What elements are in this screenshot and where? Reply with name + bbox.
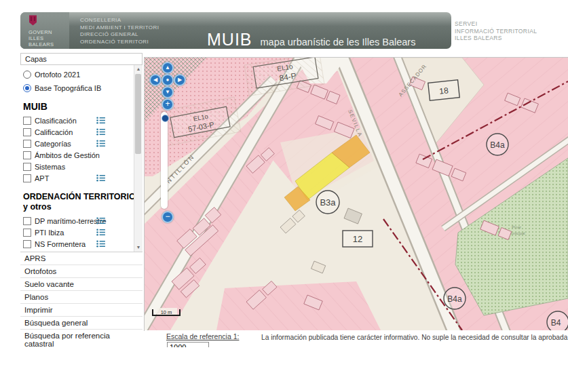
radio-icon[interactable] xyxy=(23,71,31,79)
park-label-line1: Pinar xyxy=(512,225,521,229)
layer-label: Clasificación xyxy=(35,117,77,125)
app-title: MUIBmapa urbanístic de les Illes Balears xyxy=(207,30,415,50)
logo-text: GOVERN ILLES BALEARS xyxy=(29,29,69,47)
layer-checkbox-row[interactable]: Clasificación xyxy=(23,115,134,126)
app-viewport: GOVERN ILLES BALEARS CONSELLERIA MEDI AM… xyxy=(0,0,568,347)
sidebar-menu-item[interactable]: Planos xyxy=(20,291,143,304)
layers-sidebar: Capas Ortofoto 2021Base Topográfica IB M… xyxy=(20,53,143,347)
legend-list-icon[interactable] xyxy=(96,240,105,248)
checkbox-icon[interactable] xyxy=(23,174,31,182)
checkbox-icon[interactable] xyxy=(23,240,31,248)
legend-list-icon[interactable] xyxy=(96,252,105,252)
govern-emblem-icon xyxy=(29,15,37,26)
sidebar-scrollbar[interactable]: ▲ ▼ xyxy=(134,65,143,252)
pan-down-button[interactable]: ▼ xyxy=(162,86,174,98)
zoom-out-button[interactable]: − xyxy=(162,211,174,223)
brand-bar: GOVERN ILLES BALEARS CONSELLERIA MEDI AM… xyxy=(20,12,451,49)
layer-checkbox-row[interactable]: PTI Ibiza xyxy=(23,227,134,238)
layers-scrollpane: Ortofoto 2021Base Topográfica IB MUIB Cl… xyxy=(20,65,143,252)
zoom-slider-handle[interactable] xyxy=(162,115,169,122)
app-name: MUIB xyxy=(207,30,252,49)
layer-label: Ortofoto 2021 xyxy=(35,71,80,79)
sidebar-menu-item[interactable]: Ortofotos xyxy=(20,265,143,278)
checkbox-icon[interactable] xyxy=(23,140,31,148)
legend-list-icon[interactable] xyxy=(96,229,105,236)
layer-label: Categorías xyxy=(35,140,71,148)
radio-icon[interactable] xyxy=(23,84,31,92)
legend-list-icon[interactable] xyxy=(96,128,105,136)
muib-heading: MUIB xyxy=(23,101,134,112)
checkbox-icon[interactable] xyxy=(23,229,31,237)
layer-checkbox-row[interactable]: DP marítimo-terrestre xyxy=(23,215,134,227)
zoom-in-button[interactable]: + xyxy=(162,98,174,111)
base-layer-option[interactable]: Base Topográfica IB xyxy=(23,81,134,95)
scrollbar-thumb[interactable] xyxy=(135,74,141,154)
sidebar-menu-item[interactable]: Búsqueda por referencia catastral xyxy=(20,330,143,347)
layer-label: PTI Mallorca xyxy=(35,252,77,253)
legend-list-icon[interactable] xyxy=(96,174,105,182)
govern-logo: GOVERN ILLES BALEARS xyxy=(20,12,69,49)
disclaimer-text: La información publicada tiene carácter … xyxy=(261,334,568,342)
pan-center-button[interactable]: ● xyxy=(162,74,174,86)
layer-checkbox-row[interactable]: Categorías xyxy=(23,138,134,149)
checkbox-icon[interactable] xyxy=(23,128,31,136)
checkbox-icon[interactable] xyxy=(23,117,31,125)
sidebar-menu: APRSOrtofotosSuelo vacantePlanosImprimir… xyxy=(20,252,143,347)
scale-bar: 10 m xyxy=(153,308,180,315)
zone-label-18: 18 xyxy=(439,85,449,96)
accordion-capas[interactable]: Capas xyxy=(20,53,143,65)
pan-right-button[interactable]: ▶ xyxy=(174,74,186,86)
legend-list-icon[interactable] xyxy=(96,140,105,147)
layer-checkbox-row[interactable]: NS Formentera xyxy=(23,238,134,250)
footer-bar: Escala de referencia 1: La información p… xyxy=(145,330,568,347)
zone-label-b4-edge: B4 xyxy=(551,318,561,328)
layer-label: NS Formentera xyxy=(35,240,86,248)
layer-checkbox-row[interactable]: Ámbitos de Gestión xyxy=(23,149,134,161)
sidebar-menu-item[interactable]: Imprimir xyxy=(20,304,143,317)
map-drawing: Pinar Municipal xyxy=(145,58,568,330)
layer-label: DP marítimo-terrestre xyxy=(35,217,107,225)
zone-label-b4a-south: B4a xyxy=(447,294,462,304)
layer-checkbox-row[interactable]: APT xyxy=(23,172,134,184)
map-canvas[interactable]: Pinar Municipal xyxy=(145,58,568,330)
department-title: CONSELLERIA MEDI AMBIENT I TERRITORI DIR… xyxy=(80,17,159,45)
sidebar-menu-item[interactable]: Suelo vacante xyxy=(20,278,143,291)
app-tagline: mapa urbanístic de les Illes Balears xyxy=(261,37,416,47)
layer-label: Ámbitos de Gestión xyxy=(35,151,100,159)
checkbox-icon[interactable] xyxy=(23,151,31,159)
layer-label: Sistemas xyxy=(35,163,65,171)
checkbox-icon[interactable] xyxy=(23,217,31,225)
sidebar-menu-item[interactable]: Búsqueda general xyxy=(20,317,143,330)
zone-label-12: 12 xyxy=(353,234,362,244)
sidebar-menu-item[interactable]: APRS xyxy=(20,252,143,265)
layer-checkbox-row[interactable]: Calificación xyxy=(23,126,134,138)
scale-input[interactable] xyxy=(167,342,209,347)
legend-list-icon[interactable] xyxy=(96,217,105,224)
scroll-up-icon[interactable]: ▲ xyxy=(134,65,143,73)
pan-up-button[interactable]: ▲ xyxy=(162,62,174,74)
layer-checkbox-row[interactable]: Sistemas xyxy=(23,161,134,172)
checkbox-icon[interactable] xyxy=(23,163,31,171)
ordenacion-heading: ORDENACIÓN TERRITORIO y otros xyxy=(23,192,138,212)
service-title: SERVEI INFORMACIÓ TERRITORIAL ILLES BALE… xyxy=(455,20,537,42)
scroll-down-icon[interactable]: ▼ xyxy=(134,243,143,252)
scale-reference-link[interactable]: Escala de referencia 1: xyxy=(166,332,239,340)
zone-label-b3a: B3a xyxy=(320,197,336,208)
base-layer-option[interactable]: Ortofoto 2021 xyxy=(23,68,134,81)
zoom-slider-track[interactable] xyxy=(161,112,168,209)
pan-left-button[interactable]: ◀ xyxy=(149,74,162,86)
checkbox-icon[interactable] xyxy=(23,252,31,253)
layer-label: PTI Ibiza xyxy=(35,229,64,237)
zone-label-b4a-north: B4a xyxy=(490,140,505,150)
layer-label: APT xyxy=(35,174,49,182)
layer-label: Base Topográfica IB xyxy=(35,84,101,92)
layer-label: Calificación xyxy=(35,128,73,136)
layer-checkbox-row[interactable]: PTI Mallorca xyxy=(23,250,134,252)
scale-bar-label: 10 m xyxy=(161,309,172,315)
layers-list: Ortofoto 2021Base Topográfica IB MUIB Cl… xyxy=(20,65,134,252)
legend-list-icon[interactable] xyxy=(96,117,105,124)
